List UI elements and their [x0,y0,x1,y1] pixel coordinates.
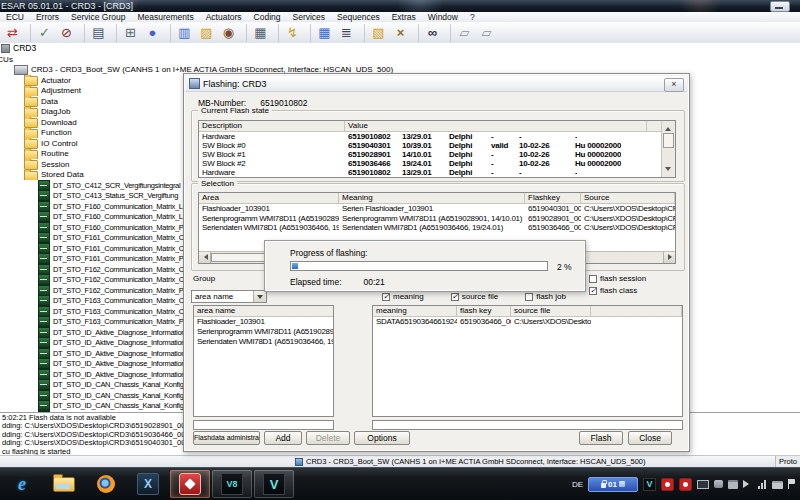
hardware-info-icon[interactable]: ▤ [84,24,109,42]
red-tray-icon-2[interactable] [679,478,692,491]
menu-item[interactable]: Window [422,12,464,22]
detail-row[interactable]: SDATA6519036466192401 6519036466_001 C:\… [373,317,682,327]
menu-item[interactable]: Actuators [200,12,248,22]
minimize-button[interactable] [770,1,790,12]
taskbar-button-v8-app[interactable]: V8 [212,470,252,498]
filter-checkbox[interactable]: source file [451,292,498,301]
volume-tray-icon[interactable] [743,480,753,488]
column-header-source-file[interactable]: source file [511,306,591,316]
menu-item[interactable]: Measurements [131,12,199,22]
column-header-area[interactable]: Area [199,193,339,203]
taskbar-button-firefox[interactable] [86,470,126,498]
action-center-flag-icon[interactable] [788,479,797,489]
scroll-up-icon[interactable] [665,124,671,131]
flash-button[interactable]: Flash [579,431,623,445]
selection-row[interactable]: Serienprogramm WMI78D11 (A6519028901, 14… [199,214,675,224]
tools-icon[interactable]: × [390,24,411,42]
tree-root-ecus[interactable]: ECUs [0,54,800,65]
flash-folder-icon[interactable]: ▨ [196,24,217,42]
taskbar-button-internet-explorer[interactable]: e [2,470,42,498]
menu-item[interactable]: Extras [386,12,422,22]
scroll-right-icon[interactable] [663,252,675,263]
plug-right-icon[interactable]: ▱ [476,24,497,42]
grid-icon[interactable]: ▦ [310,24,335,42]
variant-selection-icon[interactable]: ⊞ [116,24,141,42]
area-filter-field[interactable] [193,420,334,430]
no-communication-icon[interactable]: ⊘ [56,24,77,42]
detail-filter-field[interactable] [372,420,683,430]
menu-item[interactable]: Sequences [331,12,386,22]
binoculars-icon[interactable]: ∞ [418,24,443,42]
connect-icon[interactable]: ⇄ [2,24,23,42]
list-icon[interactable]: ≣ [336,24,357,42]
check-icon[interactable]: ✓ [30,24,55,42]
export-folder-icon[interactable]: ▧ [364,24,389,42]
flash-state-row[interactable]: Hardware 651901080213/29.01Delphi--- [199,168,662,177]
signal-tray-icon[interactable] [758,480,767,489]
taskbar-button-explorer[interactable] [44,470,84,498]
printer-tray-icon[interactable] [772,481,783,489]
menu-item[interactable]: ECU [0,12,30,22]
delete-button[interactable]: Delete [306,431,350,445]
scroll-down-icon[interactable] [665,167,671,174]
taskbar-button-red-app[interactable] [170,470,210,498]
flash-state-row[interactable]: SW Block #1 651902890114/10.01Delphi-10-… [199,150,662,159]
flashdata-administration-button[interactable]: Flashdata administration [193,431,260,445]
filter-checkbox[interactable]: flash job [525,292,566,301]
data-item-icon [38,306,50,317]
chevron-down-icon[interactable] [253,291,266,302]
selection-row[interactable]: Seriendaten WMI78D1 (A6519036466, 19/24.… [199,223,675,233]
flash-icon[interactable]: ↯ [278,24,303,42]
taskbar-button-x-app[interactable]: X [128,470,168,498]
close-button[interactable]: Close [628,431,672,445]
window-titlebar[interactable]: ESAR 05.01.01 - CRD3 - [CRD3] [0,0,800,12]
column-header-meaning[interactable]: meaning [373,306,457,316]
menu-item[interactable]: Coding [248,12,287,22]
drive-tray-icon[interactable] [728,480,738,489]
add-button[interactable]: Add [264,431,302,445]
red-tray-icon-1[interactable] [661,478,674,491]
menu-item[interactable]: Service Group [65,12,131,22]
area-name-row[interactable]: Flashloader_103901 [194,317,333,327]
usb-tray-icon[interactable] [714,480,723,488]
structure-icon[interactable]: ▦ [246,24,271,42]
measurements-icon[interactable]: ▥ [170,24,195,42]
flash-flag-checkbox[interactable]: flash class [589,286,646,295]
sdconnect-badge[interactable]: 01 [588,477,638,492]
column-header-source[interactable]: Source [581,193,675,203]
selection-row[interactable]: Flashloader_103901 Serien Flashloader_10… [199,204,675,214]
group-combobox[interactable]: area name [191,290,267,303]
column-header-meaning[interactable]: Meaning [339,193,525,203]
flash-state-row[interactable]: SW Block #0 651904030110/39.01Delphivali… [199,141,662,150]
menu-item[interactable]: Errors [30,12,65,22]
options-button[interactable]: Options [354,431,410,445]
tree-pane-tab[interactable]: CRD3 [0,43,800,53]
filter-checkbox[interactable]: meaning [382,292,424,301]
flash-state-scrollbar[interactable] [661,121,675,177]
dialog-close-button[interactable]: × [664,78,684,92]
area-name-row[interactable]: Seriendaten WMI78D1 (A6519036466, 19/24.… [194,337,333,347]
car-icon[interactable]: ● [142,24,163,42]
computer-tray-icon[interactable] [697,480,709,489]
column-header-flash-key[interactable]: flash key [457,306,511,316]
dialog-titlebar[interactable]: Flashing: CRD3 × [186,76,687,92]
flash-state-row[interactable]: SW Block #2 651903646619/24.01Delphi-10-… [199,159,662,168]
plug-left-icon[interactable]: ▱ [450,24,475,42]
flash-flag-checkbox[interactable]: flash session [589,274,646,283]
v-tray-icon[interactable]: V [643,478,656,491]
taskbar-button-v-app[interactable]: V [254,470,294,498]
x-app-icon: X [137,473,159,495]
column-header-value[interactable]: Value [345,121,647,131]
language-indicator[interactable]: DE [572,480,583,489]
menu-item[interactable]: Services [287,12,332,22]
pane-close-icon[interactable] [1,44,10,53]
area-name-row[interactable]: Serienprogramm WMI78D11 (A6519028901, 14… [194,327,333,337]
column-header-description[interactable]: Description [199,121,345,131]
scroll-left-icon[interactable] [199,252,211,263]
scrollbar-thumb[interactable] [663,133,674,148]
flash-state-row[interactable]: Hardware 651901080213/29.01Delphi--- [199,132,662,141]
eye-icon[interactable]: ◉ [218,24,239,42]
menu-item[interactable]: ? [464,12,481,22]
column-header-area-name[interactable]: area name [194,306,333,317]
column-header-flashkey[interactable]: Flashkey [525,193,581,203]
